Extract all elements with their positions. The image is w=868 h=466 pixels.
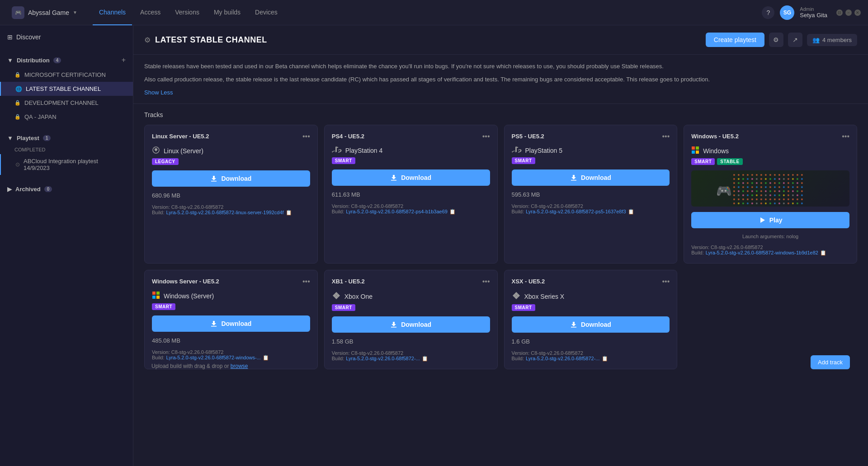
- file-size: 1.6 GB: [512, 338, 670, 345]
- svg-point-83: [783, 190, 785, 192]
- track-card-xb1-ue52: XB1 - UE5.2 ••• Xbox One SMART Download …: [324, 270, 498, 369]
- track-menu-button-ps5-ue52[interactable]: •••: [662, 132, 670, 141]
- version-info: Version: C8-stg-v2.26.0-68f5872 Build: L…: [152, 349, 310, 361]
- svg-point-91: [747, 194, 749, 196]
- build-link[interactable]: Lyra-5.2.0-stg-v2.26.0-68f5872-windows-.…: [166, 355, 261, 360]
- play-button-windows-ue52[interactable]: Play: [691, 212, 849, 228]
- svg-point-37: [792, 178, 794, 180]
- svg-point-101: [792, 194, 794, 196]
- file-size: 680.96 MB: [152, 192, 310, 199]
- platform-name: Xbox One: [344, 293, 373, 300]
- svg-point-100: [788, 194, 789, 196]
- sidebar-item-dev-channel[interactable]: 🔒 DEVELOPMENT CHANNEL: [0, 96, 133, 110]
- track-menu-button-ps4-ue52[interactable]: •••: [482, 132, 490, 141]
- tab-channels[interactable]: Channels: [93, 0, 132, 25]
- svg-rect-140: [156, 296, 160, 299]
- track-menu-button-xb1-ue52[interactable]: •••: [482, 278, 490, 286]
- sidebar-item-microsoft-cert[interactable]: 🔒 MICROSOFT CERTIFICATION: [0, 68, 133, 82]
- tab-my-builds[interactable]: My builds: [208, 0, 247, 25]
- platform-name: Xbox Series X: [524, 293, 565, 300]
- download-button-ps4-ue52[interactable]: Download: [332, 169, 490, 186]
- copy-button[interactable]: 📋: [263, 355, 269, 361]
- svg-point-44: [751, 182, 753, 184]
- restore-button[interactable]: ⊟: [836, 9, 843, 16]
- archived-title[interactable]: ▶ Archived 0: [7, 186, 52, 193]
- build-link[interactable]: Lyra-5.2.0-stg-v2.26.0-68f5872-linux-ser…: [166, 210, 284, 215]
- create-playtest-button[interactable]: Create playtest: [706, 33, 764, 47]
- svg-point-113: [774, 198, 776, 200]
- svg-rect-5: [696, 146, 699, 150]
- share-button[interactable]: ↗: [788, 33, 802, 47]
- build-link[interactable]: Lyra-5.2.0-stg-v2.26.0-68f5872-...: [526, 356, 599, 361]
- svg-point-22: [797, 174, 798, 176]
- track-menu-button-xsx-ue52[interactable]: •••: [662, 278, 670, 286]
- svg-point-51: [783, 182, 785, 184]
- svg-point-116: [788, 198, 789, 200]
- build-link[interactable]: Lyra-5.2.0-stg-v2.26.0-68f5872-...: [346, 356, 420, 361]
- build-link[interactable]: Lyra-5.2.0-stg-v2.26.0-68f5872-ps5-1637e…: [526, 209, 626, 214]
- svg-point-107: [747, 198, 749, 200]
- sidebar-item-qa-japan[interactable]: 🔒 QA - JAPAN: [0, 110, 133, 124]
- track-menu-button-windows-server-ue52[interactable]: •••: [302, 278, 310, 286]
- copy-button[interactable]: 📋: [449, 209, 456, 215]
- app-selector[interactable]: 🎮 Abyssal Game ▼: [7, 4, 82, 22]
- svg-point-123: [747, 202, 749, 204]
- download-button-linux-server-ue52[interactable]: Download: [152, 170, 310, 187]
- distribution-title[interactable]: ▼ Distribution 4: [7, 57, 61, 64]
- download-button-xsx-ue52[interactable]: Download: [512, 316, 670, 333]
- svg-rect-7: [696, 151, 699, 154]
- track-card-header: XB1 - UE5.2 •••: [332, 278, 490, 286]
- tab-versions[interactable]: Versions: [169, 0, 206, 25]
- svg-point-59: [747, 186, 749, 188]
- copy-button[interactable]: 📋: [602, 356, 608, 362]
- settings-button[interactable]: ⚙: [769, 33, 783, 47]
- svg-point-131: [783, 202, 785, 204]
- members-button[interactable]: 👥 4 members: [807, 34, 857, 46]
- svg-point-125: [756, 202, 758, 204]
- settings-icon: ⚙: [144, 36, 151, 44]
- track-card-title: Linux Server - UE5.2: [152, 133, 209, 140]
- tab-devices[interactable]: Devices: [249, 0, 284, 25]
- sidebar-playtest-item[interactable]: ⊙ ABCloud Integration playtest 14/9/2023: [0, 154, 133, 175]
- lock-icon: 🔒: [14, 114, 21, 120]
- help-button[interactable]: ?: [762, 6, 774, 19]
- svg-point-14: [760, 174, 762, 176]
- version-row: Version: C8-stg-v2.26.0-68f5872: [332, 203, 490, 209]
- tab-access[interactable]: Access: [134, 0, 167, 25]
- sidebar-discover[interactable]: ⊞ Discover: [0, 29, 133, 45]
- download-button-ps5-ue52[interactable]: Download: [512, 169, 670, 186]
- sidebar-item-latest-stable[interactable]: 🌐 LATEST STABLE CHANNEL: [0, 82, 133, 96]
- track-card-title: Windows Server - UE5.2: [152, 278, 219, 285]
- close-button[interactable]: ✕: [854, 9, 861, 16]
- playtest-title[interactable]: ▼ Playtest 1: [7, 135, 51, 141]
- track-platform: Windows (Server): [152, 291, 310, 301]
- download-button-xb1-ue52[interactable]: Download: [332, 316, 490, 333]
- svg-point-89: [738, 194, 740, 196]
- svg-point-27: [747, 178, 749, 180]
- copy-button[interactable]: 📋: [286, 210, 292, 216]
- add-distribution-button[interactable]: +: [122, 56, 126, 64]
- svg-rect-1: [211, 181, 217, 182]
- copy-button[interactable]: 📋: [422, 356, 428, 362]
- svg-point-26: [742, 178, 744, 180]
- copy-button[interactable]: 📋: [820, 250, 826, 256]
- build-link[interactable]: Lyra-5.2.0-stg-v2.26.0-68f5872-windows-1…: [706, 250, 818, 255]
- version-row: Version: C8-stg-v2.26.0-68f5872: [152, 204, 310, 210]
- minimize-button[interactable]: −: [845, 9, 852, 16]
- svg-point-10: [742, 174, 744, 176]
- track-menu-button-windows-ue52[interactable]: •••: [842, 132, 849, 141]
- track-card-header: Windows - UE5.2 •••: [691, 132, 849, 141]
- copy-button[interactable]: 📋: [628, 209, 634, 215]
- upload-hint: Upload build with drag & drop or browse: [151, 363, 798, 369]
- show-less-button[interactable]: Show Less: [144, 89, 173, 96]
- svg-point-111: [765, 198, 767, 200]
- track-menu-button-linux-server-ue52[interactable]: •••: [302, 132, 310, 141]
- download-button-windows-server-ue52[interactable]: Download: [152, 315, 310, 332]
- build-link[interactable]: Lyra-5.2.0-stg-v2.26.0-68f5872-ps4-b1b3a…: [346, 209, 448, 214]
- people-icon: 👥: [812, 37, 820, 43]
- members-count: 4 members: [822, 37, 852, 43]
- add-track-button[interactable]: Add track: [811, 355, 850, 369]
- browse-link[interactable]: browse: [231, 363, 248, 369]
- version-info: Version: C8-stg-v2.26.0-68f5872 Build: L…: [332, 350, 490, 362]
- svg-point-64: [769, 186, 771, 188]
